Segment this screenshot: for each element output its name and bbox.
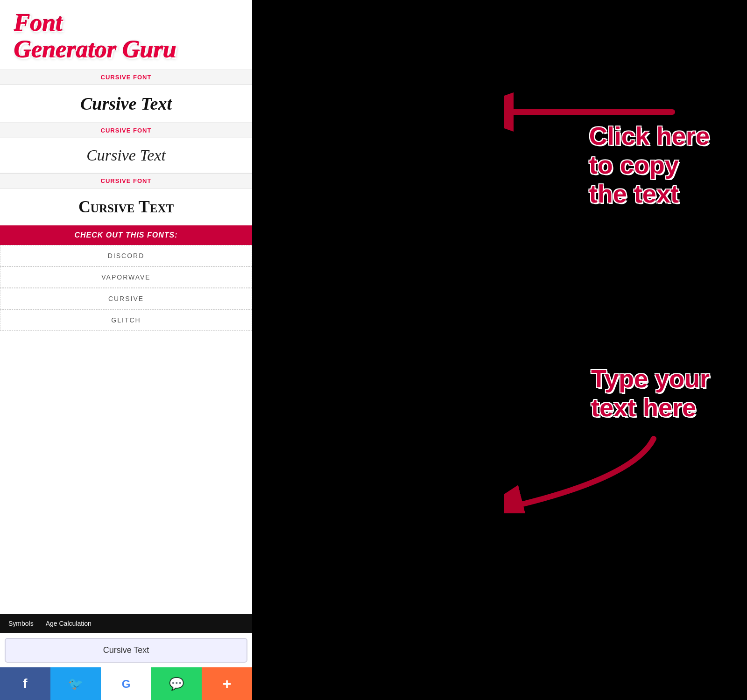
whatsapp-icon: 💬 — [169, 677, 184, 691]
font-link-discord[interactable]: DISCORD — [0, 245, 252, 266]
font-card-2[interactable]: CURSIVE FONT Cursive Text — [0, 123, 252, 173]
more-button[interactable]: + — [202, 667, 252, 700]
facebook-icon: f — [23, 676, 27, 691]
nav-tab-symbols[interactable]: Symbols — [5, 618, 37, 629]
font-card-3-text: Cursive Text — [0, 189, 252, 225]
type-arrow — [504, 429, 668, 513]
whatsapp-button[interactable]: 💬 — [151, 667, 202, 700]
font-card-3-label: CURSIVE FONT — [0, 173, 252, 189]
font-card-1-text: Cursive Text — [0, 85, 252, 122]
font-card-2-text: Cursive Text — [0, 138, 252, 173]
type-annotation: Type yourtext here — [591, 364, 710, 422]
right-panel: Click hereto copythe text Type yourtext … — [252, 0, 747, 700]
font-card-1[interactable]: CURSIVE FONT Cursive Text — [0, 70, 252, 123]
twitter-button[interactable]: 🐦 — [50, 667, 101, 700]
font-card-2-label: CURSIVE FONT — [0, 123, 252, 138]
app-logo: Font Generator Guru — [14, 9, 176, 63]
social-bar: f 🐦 G 💬 + — [0, 667, 252, 700]
facebook-button[interactable]: f — [0, 667, 50, 700]
google-button[interactable]: G — [101, 667, 151, 700]
text-input[interactable] — [5, 638, 247, 663]
google-icon: G — [122, 677, 131, 691]
click-annotation: Click hereto copythe text — [589, 121, 710, 208]
font-card-3[interactable]: CURSIVE FONT Cursive Text — [0, 173, 252, 225]
more-icon: + — [223, 675, 232, 693]
font-link-cursive[interactable]: CURSIVE — [0, 288, 252, 309]
nav-tab-age[interactable]: Age Calculation — [42, 618, 95, 629]
checkout-banner: CHECK OUT THIS FONTS: — [0, 225, 252, 245]
logo-area: Font Generator Guru — [0, 0, 252, 70]
font-card-1-label: CURSIVE FONT — [0, 70, 252, 85]
twitter-icon: 🐦 — [68, 677, 83, 691]
bottom-nav: Symbols Age Calculation — [0, 614, 252, 633]
font-link-glitch[interactable]: GLITCH — [0, 309, 252, 331]
font-link-vaporwave[interactable]: VAPORWAVE — [0, 266, 252, 288]
input-area — [0, 633, 252, 667]
left-panel: Font Generator Guru CURSIVE FONT Cursive… — [0, 0, 252, 700]
